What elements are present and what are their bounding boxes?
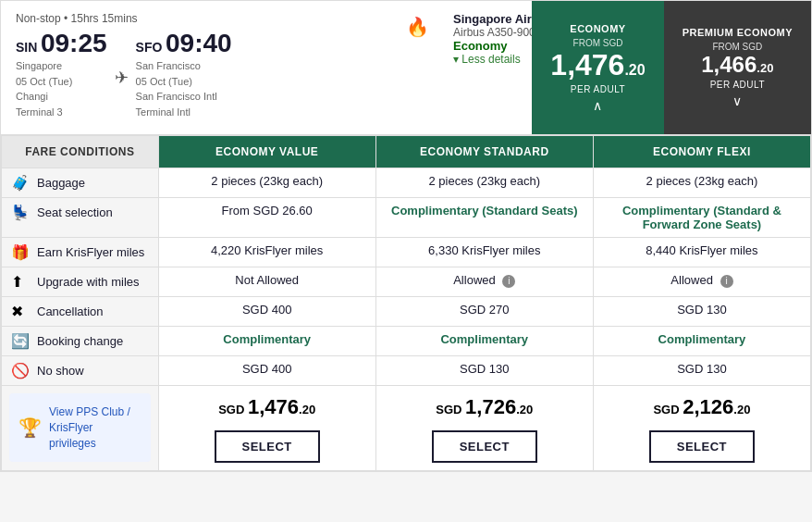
select-standard-button[interactable]: SELECT bbox=[432, 430, 537, 463]
booking-change-icon: 🔄 bbox=[11, 332, 30, 350]
airline-flame-icon: 🔥 bbox=[406, 16, 429, 38]
no-show-flexi: SGD 130 bbox=[594, 356, 810, 381]
baggage-standard-cell: 2 pieces (23kg each) bbox=[375, 168, 593, 198]
pps-icon: 🏆 bbox=[18, 416, 42, 439]
cancellation-row: ✖ Cancellation SGD 400 SGD 270 SGD 130 bbox=[2, 297, 811, 327]
price-select-row: 🏆 View PPS Club / KrisFlyer privileges S… bbox=[2, 386, 811, 471]
seat-row: 💺 Seat selection From SGD 26.60 Complime… bbox=[2, 198, 811, 238]
baggage-row: 🧳 Baggage 2 pieces (23kg each) 2 pieces … bbox=[2, 168, 811, 198]
baggage-value: 2 pieces (23kg each) bbox=[159, 168, 375, 193]
seat-flexi-cell: Complimentary (Standard & Forward Zone S… bbox=[593, 198, 810, 238]
price-standard-amount: 1,726 bbox=[465, 395, 516, 418]
cancellation-value: SGD 400 bbox=[159, 297, 375, 322]
flight-route: SIN 09:25 Singapore 05 Oct (Tue) Changi … bbox=[16, 29, 406, 119]
baggage-condition: 🧳 Baggage bbox=[2, 168, 159, 198]
fare-table: FARE CONDITIONS ECONOMY VALUE ECONOMY ST… bbox=[1, 135, 811, 471]
seat-value-cell: From SGD 26.60 bbox=[158, 198, 375, 238]
baggage-standard: 2 pieces (23kg each) bbox=[376, 168, 593, 193]
price-value-display: SGD 1,476.20 bbox=[159, 386, 375, 423]
departure-time: SIN 09:25 bbox=[16, 29, 107, 58]
price-flexi-display: SGD 2,126.20 bbox=[594, 386, 810, 423]
seat-condition: 💺 Seat selection bbox=[2, 198, 159, 238]
no-show-standard-cell: SGD 130 bbox=[375, 356, 593, 386]
booking-change-flexi: Complimentary bbox=[594, 327, 810, 352]
value-header: ECONOMY VALUE bbox=[158, 136, 375, 168]
upgrade-label: Upgrade with miles bbox=[37, 275, 140, 289]
upgrade-condition: ⬆ Upgrade with miles bbox=[2, 267, 159, 297]
price-standard-cell: SGD 1,726.20 SELECT bbox=[375, 386, 593, 471]
flight-header: Non-stop • 15hrs 15mins SIN 09:25 Singap… bbox=[1, 1, 811, 135]
pps-link[interactable]: 🏆 View PPS Club / KrisFlyer privileges bbox=[9, 393, 151, 462]
cancellation-condition: ✖ Cancellation bbox=[2, 297, 159, 327]
upgrade-standard-info-icon[interactable]: i bbox=[502, 275, 515, 288]
departure-info: SIN 09:25 Singapore 05 Oct (Tue) Changi … bbox=[16, 29, 107, 119]
economy-tab[interactable]: ECONOMY FROM SGD 1,476.20 PER ADULT ∧ bbox=[532, 1, 663, 134]
baggage-label: Baggage bbox=[37, 176, 85, 190]
booking-change-condition: 🔄 Booking change bbox=[2, 327, 159, 356]
flexi-header: ECONOMY FLEXI bbox=[593, 136, 810, 168]
economy-price: 1,476.20 bbox=[550, 48, 645, 82]
seat-flexi: Complimentary (Standard & Forward Zone S… bbox=[594, 198, 810, 237]
economy-from-label: FROM SGD bbox=[573, 38, 623, 48]
baggage-flexi-cell: 2 pieces (23kg each) bbox=[593, 168, 810, 198]
price-value-amount: 1,476 bbox=[248, 395, 299, 418]
upgrade-row: ⬆ Upgrade with miles Not Allowed Allowed… bbox=[2, 267, 811, 297]
cancellation-label: Cancellation bbox=[37, 304, 104, 318]
booking-change-standard-cell: Complimentary bbox=[375, 327, 593, 356]
no-show-icon: 🚫 bbox=[11, 362, 30, 379]
select-flexi-button[interactable]: SELECT bbox=[649, 430, 755, 463]
price-flexi-amount: 2,126 bbox=[683, 395, 733, 418]
premium-chevron-icon: ∨ bbox=[732, 93, 742, 108]
upgrade-icon: ⬆ bbox=[11, 273, 30, 291]
arrival-details: San Francisco 05 Oct (Tue) San Francisco… bbox=[136, 58, 232, 119]
baggage-icon: 🧳 bbox=[11, 174, 30, 192]
pps-text: View PPS Club / KrisFlyer privileges bbox=[49, 404, 141, 451]
baggage-flexi: 2 pieces (23kg each) bbox=[594, 168, 810, 193]
booking-change-label: Booking change bbox=[37, 334, 123, 348]
booking-change-standard: Complimentary bbox=[376, 327, 593, 352]
booking-change-value-cell: Complimentary bbox=[158, 327, 375, 356]
booking-change-row: 🔄 Booking change Complimentary Complimen… bbox=[2, 327, 811, 356]
upgrade-flexi-cell: Allowed i bbox=[593, 267, 810, 297]
select-value-button[interactable]: SELECT bbox=[215, 430, 320, 463]
arrival-info: SFO 09:40 San Francisco 05 Oct (Tue) San… bbox=[136, 29, 232, 119]
economy-per-adult: PER ADULT bbox=[571, 84, 625, 94]
price-flexi-cell: SGD 2,126.20 SELECT bbox=[593, 386, 810, 471]
seat-icon: 💺 bbox=[11, 204, 30, 221]
upgrade-flexi-info-icon[interactable]: i bbox=[720, 275, 733, 288]
earn-label: Earn KrisFlyer miles bbox=[37, 245, 144, 259]
upgrade-standard-cell: Allowed i bbox=[375, 267, 593, 297]
upgrade-value-cell: Not Allowed bbox=[158, 267, 375, 297]
arrival-time: SFO 09:40 bbox=[136, 29, 232, 58]
upgrade-standard: Allowed i bbox=[376, 267, 593, 293]
price-tabs: ECONOMY FROM SGD 1,476.20 PER ADULT ∧ PR… bbox=[532, 1, 811, 134]
earn-standard-cell: 6,330 KrisFlyer miles bbox=[375, 238, 593, 267]
no-show-label: No show bbox=[37, 364, 84, 378]
no-show-value-cell: SGD 400 bbox=[158, 356, 375, 386]
baggage-value-cell: 2 pieces (23kg each) bbox=[158, 168, 375, 198]
flight-info: Non-stop • 15hrs 15mins SIN 09:25 Singap… bbox=[16, 12, 406, 123]
no-show-value: SGD 400 bbox=[159, 356, 375, 381]
standard-header: ECONOMY STANDARD bbox=[375, 136, 593, 168]
seat-standard-cell: Complimentary (Standard Seats) bbox=[375, 198, 593, 238]
cancellation-standard: SGD 270 bbox=[376, 297, 593, 322]
cancellation-flexi-cell: SGD 130 bbox=[593, 297, 810, 327]
conditions-header: FARE CONDITIONS bbox=[2, 136, 159, 168]
cancellation-standard-cell: SGD 270 bbox=[375, 297, 593, 327]
earn-value-cell: 4,220 KrisFlyer miles bbox=[158, 238, 375, 267]
price-value-cell: SGD 1,476.20 SELECT bbox=[158, 386, 375, 471]
upgrade-flexi: Allowed i bbox=[594, 267, 810, 293]
economy-tab-label: ECONOMY bbox=[570, 23, 625, 34]
earn-value: 4,220 KrisFlyer miles bbox=[159, 238, 375, 263]
price-standard-display: SGD 1,726.20 bbox=[376, 386, 593, 423]
earn-row: 🎁 Earn KrisFlyer miles 4,220 KrisFlyer m… bbox=[2, 238, 811, 267]
cancellation-value-cell: SGD 400 bbox=[158, 297, 375, 327]
nonstop-label: Non-stop • 15hrs 15mins bbox=[16, 12, 406, 25]
cancellation-flexi: SGD 130 bbox=[594, 297, 810, 322]
premium-price: 1,466.20 bbox=[701, 52, 773, 78]
table-header-row: FARE CONDITIONS ECONOMY VALUE ECONOMY ST… bbox=[2, 136, 811, 168]
premium-tab[interactable]: PREMIUM ECONOMY FROM SGD 1,466.20 PER AD… bbox=[664, 1, 811, 134]
earn-flexi-cell: 8,440 KrisFlyer miles bbox=[593, 238, 810, 267]
earn-flexi: 8,440 KrisFlyer miles bbox=[594, 238, 810, 263]
pps-cell: 🏆 View PPS Club / KrisFlyer privileges bbox=[2, 386, 159, 471]
